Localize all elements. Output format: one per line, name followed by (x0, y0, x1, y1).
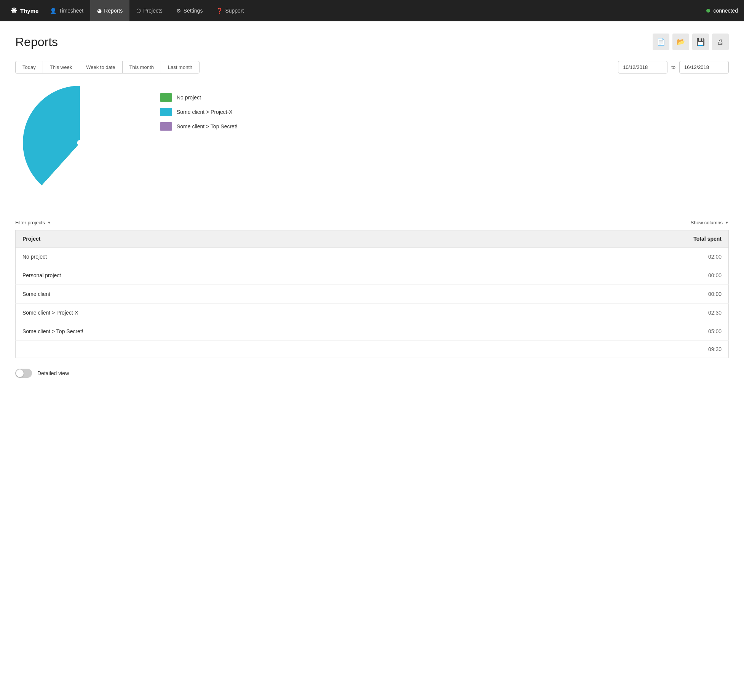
navigation: ❋ Thyme 👤 Timesheet ◕ Reports ⬡ Projects… (0, 0, 744, 21)
header-row: Reports 📄 📂 💾 🖨 (15, 34, 729, 50)
new-document-icon: 📄 (657, 38, 665, 46)
nav-item-projects[interactable]: ⬡ Projects (129, 0, 169, 21)
filter-projects-label: Filter projects (15, 220, 45, 225)
detailed-view-toggle[interactable] (15, 369, 32, 378)
nav-logo[interactable]: ❋ Thyme (6, 0, 43, 21)
today-button[interactable]: Today (15, 61, 43, 74)
open-report-button[interactable]: 📂 (672, 34, 689, 50)
legend-color-no-project (160, 93, 172, 102)
detailed-view-label: Detailed view (37, 370, 69, 376)
total-spent: 00:00 (472, 285, 728, 304)
last-month-button[interactable]: Last month (161, 61, 200, 74)
new-report-button[interactable]: 📄 (653, 34, 669, 50)
table-row: Some client > Project-X 02:30 (16, 304, 729, 322)
table-controls: Filter projects ▼ Show columns ▼ (15, 220, 729, 225)
nav-item-settings[interactable]: ⚙ Settings (169, 0, 210, 21)
connection-status: connected (706, 8, 738, 14)
date-to-input[interactable] (679, 61, 729, 74)
legend-item-no-project: No project (160, 93, 238, 102)
legend-color-project-x (160, 108, 172, 116)
report-table: Project Total spent No project 02:00 Per… (15, 230, 729, 358)
show-columns-button[interactable]: Show columns ▼ (691, 220, 729, 225)
connected-indicator (706, 9, 710, 13)
toggle-knob (16, 369, 24, 377)
show-columns-label: Show columns (691, 220, 723, 225)
filter-projects-button[interactable]: Filter projects ▼ (15, 220, 51, 225)
footer-total: 09:30 (472, 341, 728, 358)
main-content: Reports 📄 📂 💾 🖨 Today This week Week to … (0, 21, 744, 700)
nav-item-reports[interactable]: ◕ Reports (90, 0, 129, 21)
nav-item-support[interactable]: ❓ Support (209, 0, 251, 21)
this-month-button[interactable]: This month (122, 61, 161, 74)
detailed-view-row: Detailed view (15, 369, 729, 378)
project-name: No project (16, 248, 473, 266)
total-spent: 05:00 (472, 322, 728, 341)
total-spent: 00:00 (472, 266, 728, 285)
reports-icon: ◕ (97, 8, 102, 14)
timesheet-icon: 👤 (50, 8, 56, 14)
week-to-date-button[interactable]: Week to date (79, 61, 122, 74)
column-header-project: Project (16, 230, 473, 248)
show-columns-dropdown-arrow-icon: ▼ (725, 221, 729, 225)
project-name: Some client > Top Secret! (16, 322, 473, 341)
legend-label-project-x: Some client > Project-X (177, 109, 233, 115)
svg-point-0 (77, 140, 83, 146)
legend-item-project-x: Some client > Project-X (160, 108, 238, 116)
column-header-total-spent: Total spent (472, 230, 728, 248)
project-name: Some client > Project-X (16, 304, 473, 322)
table-header-row: Project Total spent (16, 230, 729, 248)
total-spent: 02:00 (472, 248, 728, 266)
project-name: Some client (16, 285, 473, 304)
toolbar-icons: 📄 📂 💾 🖨 (653, 34, 729, 50)
thyme-logo-icon: ❋ (11, 6, 17, 15)
date-from-input[interactable] (618, 61, 667, 74)
support-icon: ❓ (216, 8, 223, 14)
legend-color-top-secret (160, 122, 172, 131)
this-week-button[interactable]: This week (43, 61, 80, 74)
chart-legend: No project Some client > Project-X Some … (160, 86, 238, 131)
table-row: No project 02:00 (16, 248, 729, 266)
date-range-group: to (618, 61, 729, 74)
table-row: Some client > Top Secret! 05:00 (16, 322, 729, 341)
filter-dropdown-arrow-icon: ▼ (47, 221, 51, 225)
projects-icon: ⬡ (136, 8, 141, 14)
print-icon: 🖨 (717, 38, 724, 46)
project-name: Personal project (16, 266, 473, 285)
table-row: Personal project 00:00 (16, 266, 729, 285)
pie-chart (23, 86, 137, 201)
settings-icon: ⚙ (176, 8, 181, 14)
legend-item-top-secret: Some client > Top Secret! (160, 122, 238, 131)
table-footer-row: 09:30 (16, 341, 729, 358)
open-folder-icon: 📂 (677, 38, 685, 46)
nav-item-timesheet[interactable]: 👤 Timesheet (43, 0, 90, 21)
date-to-label: to (671, 64, 675, 70)
nav-items: 👤 Timesheet ◕ Reports ⬡ Projects ⚙ Setti… (43, 0, 706, 21)
save-icon: 💾 (696, 38, 705, 46)
page-title: Reports (15, 35, 58, 49)
print-report-button[interactable]: 🖨 (712, 34, 729, 50)
legend-label-top-secret: Some client > Top Secret! (177, 123, 238, 129)
footer-project-cell (16, 341, 473, 358)
total-spent: 02:30 (472, 304, 728, 322)
nav-logo-text: Thyme (20, 8, 38, 14)
save-report-button[interactable]: 💾 (692, 34, 709, 50)
date-filter-row: Today This week Week to date This month … (15, 61, 729, 74)
table-row: Some client 00:00 (16, 285, 729, 304)
legend-label-no-project: No project (177, 94, 201, 101)
chart-section: No project Some client > Project-X Some … (15, 86, 729, 201)
